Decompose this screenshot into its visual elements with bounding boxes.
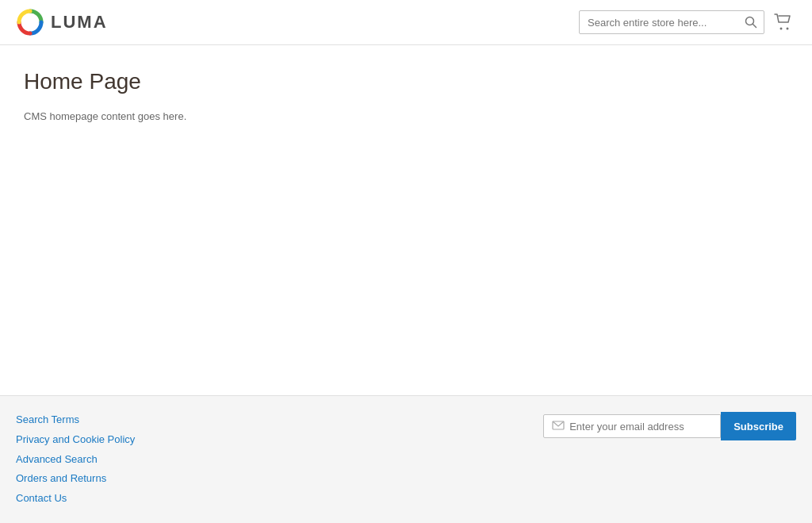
subscribe-button[interactable]: Subscribe — [721, 412, 796, 440]
footer-link[interactable]: Search Terms — [16, 412, 135, 429]
logo-text: LUMA — [51, 12, 108, 33]
email-icon — [552, 420, 565, 433]
footer-link[interactable]: Advanced Search — [16, 452, 135, 468]
newsletter-area: Subscribe — [543, 412, 796, 440]
luma-logo-icon — [16, 8, 44, 37]
svg-line-2 — [753, 25, 756, 28]
search-icon — [745, 16, 757, 29]
header: LUMA — [0, 0, 812, 45]
svg-point-4 — [787, 28, 789, 30]
main-content: Home Page CMS homepage content goes here… — [0, 45, 812, 395]
cart-button[interactable] — [771, 10, 796, 34]
cms-content: CMS homepage content goes here. — [24, 110, 788, 122]
search-box — [579, 10, 764, 34]
footer-link[interactable]: Privacy and Cookie Policy — [16, 432, 135, 448]
page-title: Home Page — [24, 69, 788, 94]
newsletter-email-input[interactable] — [569, 421, 712, 433]
cart-icon — [774, 13, 793, 31]
search-input[interactable] — [580, 12, 738, 33]
svg-point-3 — [780, 28, 783, 30]
footer-links: Search TermsPrivacy and Cookie PolicyAdv… — [16, 412, 135, 507]
footer: Search TermsPrivacy and Cookie PolicyAdv… — [0, 395, 812, 523]
footer-link[interactable]: Orders and Returns — [16, 471, 135, 487]
footer-link[interactable]: Contact Us — [16, 490, 135, 507]
search-button[interactable] — [738, 11, 764, 33]
newsletter-input-wrap — [543, 414, 721, 438]
logo-area: LUMA — [16, 8, 108, 37]
header-right — [579, 10, 796, 34]
